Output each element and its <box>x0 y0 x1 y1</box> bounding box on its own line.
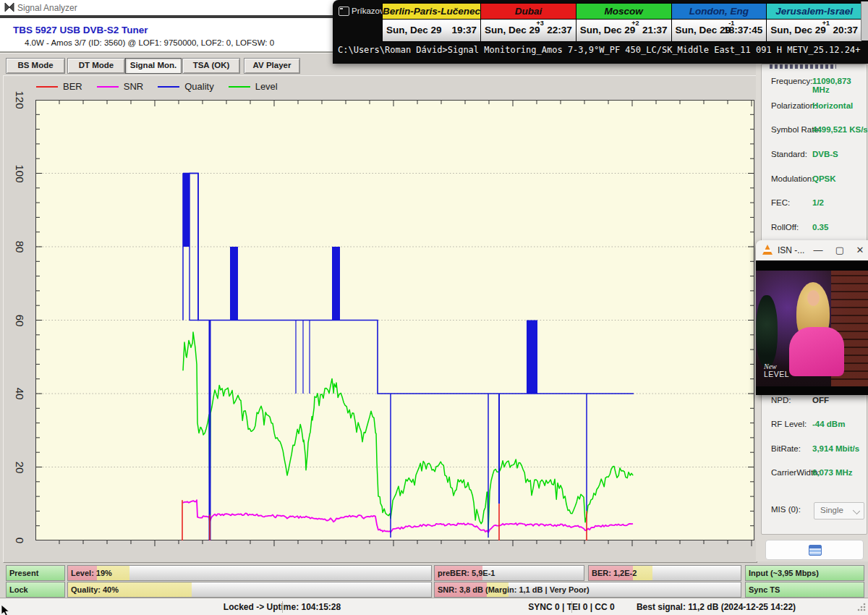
minimize-button[interactable]: — <box>812 245 824 255</box>
channel-watermark: New LEVEL <box>764 363 789 378</box>
clock-city-name: London, Eng <box>672 4 767 20</box>
clock-city-5: Jerusalem-IsraelSun, Dec 29+120:37 <box>767 4 861 41</box>
progress-bar-preber: preBER: 5,9E-1 <box>434 565 584 581</box>
clock-city-name: Jerusalem-Israel <box>767 4 861 20</box>
tab-bs-mode[interactable]: BS Mode <box>6 58 65 74</box>
clock-date: Sun, Dec 29 <box>770 25 826 35</box>
level-legend-line <box>229 86 250 88</box>
snr-legend-line <box>97 86 119 88</box>
info-label: Standard: <box>771 150 807 158</box>
progress-bar-ber: BER: 1,2E-2 <box>588 565 741 581</box>
video-content: New LEVEL <box>756 260 868 395</box>
mis-label: MIS (0): <box>771 505 801 514</box>
clock-time: 19:37 <box>452 25 477 35</box>
quality-legend-line <box>158 86 179 88</box>
clock-time: 22:37 <box>547 25 572 35</box>
clock-city-name: Berlin-Paris-Lučenec <box>383 4 480 20</box>
mis-value: Single <box>820 506 843 514</box>
bar-label: Present <box>9 566 38 580</box>
vlc-cone-icon <box>762 245 773 255</box>
info-value: OFF <box>812 396 829 404</box>
legend-item-quality: Quality <box>158 81 213 92</box>
info-label: RF Level: <box>771 420 807 428</box>
clock-utc-offset: +3 <box>537 20 544 27</box>
info-label: Polarization: <box>771 101 817 110</box>
progress-bar-lock: Lock <box>6 582 65 598</box>
bar-label: preBER: 5,9E-1 <box>438 566 495 580</box>
app-icon <box>4 2 14 12</box>
bar-label: Level: 19% <box>71 566 112 580</box>
pink-jacket <box>789 327 844 376</box>
clock-time: 21:37 <box>642 25 668 35</box>
legend-label: SNR <box>124 81 143 92</box>
y-axis-tick-label: 80 <box>14 234 26 259</box>
info-value: Horizontal <box>812 101 853 110</box>
chart-canvas <box>35 100 754 554</box>
tab-dt-mode[interactable]: DT Mode <box>67 58 125 74</box>
clock-city-time-row: Sun, Dec 29+221:37 <box>576 20 671 41</box>
maximize-button[interactable]: ▢ <box>834 245 846 255</box>
legend-item-snr: SNR <box>97 81 143 92</box>
cmd-prompt-line: C:\Users\Roman Dávid>Signal Monitoring_A… <box>338 45 860 55</box>
legend-label: Level <box>255 81 278 92</box>
legend-label: Quality <box>184 81 213 92</box>
clock-date: Sun, Dec 29 <box>676 25 731 35</box>
info-value: 1/2 <box>812 198 824 207</box>
clock-city-time-row: Sun, Dec 29+322:37 <box>481 20 576 41</box>
info-label: BitRate: <box>771 444 801 453</box>
info-label: FEC: <box>771 198 790 207</box>
video-preview-window[interactable]: New LEVEL ISN -... — ▢ ✕ <box>756 240 868 395</box>
clock-city-3: MoscowSun, Dec 29+221:37 <box>576 4 672 41</box>
clock-date: Sun, Dec 29 <box>386 25 442 35</box>
person-face <box>807 290 820 306</box>
clock-city-name: Moscow <box>576 4 671 20</box>
y-axis-tick-label: 60 <box>14 308 26 333</box>
clock-time: 18:37:45 <box>723 25 762 35</box>
info-label: RollOff: <box>771 223 799 232</box>
bar-label: Lock <box>9 582 28 597</box>
y-axis-tick-label: 0 <box>14 528 26 553</box>
cmd-scrollbar[interactable] <box>861 1 868 41</box>
progress-bar-quality: Quality: 40% <box>67 582 432 598</box>
info-value: QPSK <box>812 174 836 183</box>
info-label: Frequency: <box>771 77 813 85</box>
video-titlebar[interactable]: ISN -... — ▢ ✕ <box>756 240 868 260</box>
statusbar-best-signal: Best signal: 11,2 dB (2024-12-25 14:22) <box>571 602 861 612</box>
y-axis-tick-label: 100 <box>14 161 26 186</box>
clipped-text-row <box>770 64 836 69</box>
tab-tsa-ok-[interactable]: TSA (OK) <box>182 58 240 74</box>
progress-bar-snr: SNR: 3,8 dB (Margin: 1,1 dB | Very Poor) <box>434 582 741 598</box>
bar-label: SNR: 3,8 dB (Margin: 1,1 dB | Very Poor) <box>438 582 590 597</box>
bar-label: Input (~3,95 Mbps) <box>749 566 819 580</box>
info-value: -44 dBm <box>812 420 845 428</box>
tab-signal-mon-[interactable]: Signal Mon. <box>125 58 182 74</box>
info-value: 4499,521 KS/s <box>812 125 868 134</box>
clock-city-1: Berlin-Paris-LučenecSun, Dec 2919:37 <box>383 4 481 41</box>
command-prompt-window[interactable]: Príkazov Berlin-Paris-LučenecSun, Dec 29… <box>333 0 868 64</box>
bar-label: BER: 1,2E-2 <box>592 566 637 580</box>
signal-plot <box>35 100 754 540</box>
world-clock-widget: Berlin-Paris-LučenecSun, Dec 2919:37Duba… <box>382 3 862 42</box>
mis-dropdown[interactable]: Single <box>814 502 864 519</box>
clock-city-name: Dubai <box>481 4 576 20</box>
y-axis-tick-label: 120 <box>14 88 26 112</box>
tuner-name: TBS 5927 USB DVB-S2 Tuner <box>13 25 148 35</box>
signal-analyzer-screen: Signal Analyzer TBS 5927 USB DVB-S2 Tune… <box>0 0 868 615</box>
resize-grip[interactable] <box>857 603 866 611</box>
legend-item-ber: BER <box>36 81 82 92</box>
tuner-detail: 4.0W - Amos 3/7 (ID: 3560) @ LOF1: 97500… <box>25 38 274 47</box>
tab-av-player[interactable]: AV Player <box>244 58 300 74</box>
clock-utc-offset: +1 <box>822 20 830 27</box>
info-label: Modulation: <box>771 174 814 183</box>
info-value: 11090,873 MHz <box>812 77 868 94</box>
close-button[interactable]: ✕ <box>854 245 866 255</box>
chevron-down-icon <box>853 507 860 514</box>
statusbar-divider <box>571 601 572 613</box>
info-value: DVB-S <box>812 150 838 158</box>
video-title: ISN -... <box>778 245 804 255</box>
stream-info-button[interactable] <box>765 540 864 560</box>
bar-label: Sync TS <box>749 582 780 597</box>
progress-bar-present: Present <box>6 565 65 581</box>
stream-info-icon <box>809 545 822 556</box>
ber-legend-line <box>36 86 58 88</box>
